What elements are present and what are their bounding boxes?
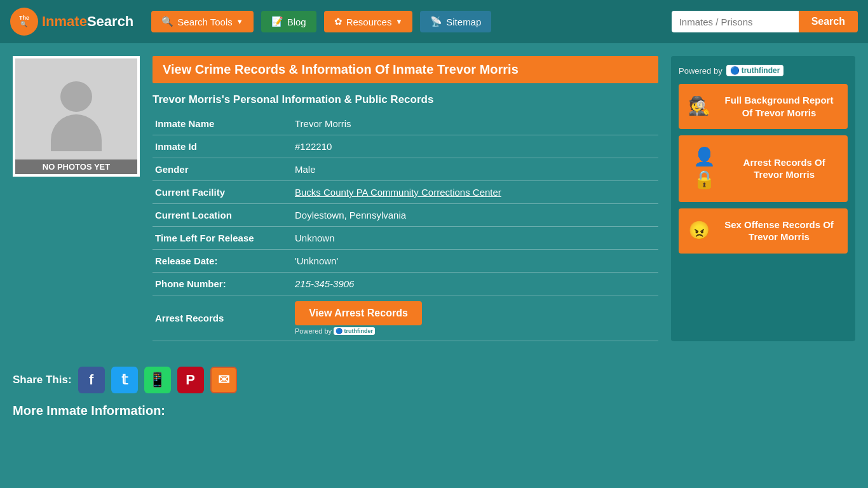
more-info-label: More Inmate Information:	[13, 403, 165, 417]
search-button[interactable]: Search	[799, 11, 858, 32]
field-label: Release Date:	[153, 250, 292, 273]
table-row: Inmate Id #122210	[153, 135, 658, 158]
resources-label: Resources	[346, 17, 392, 27]
chevron-down-icon: ▼	[236, 18, 243, 25]
logo-text: InmateSearch	[42, 13, 133, 30]
table-row: Release Date: 'Unknown'	[153, 250, 658, 273]
sitemap-button[interactable]: 📡 Sitemap	[420, 11, 491, 32]
facebook-share-button[interactable]: f	[78, 367, 105, 393]
search-tools-button[interactable]: 🔍 Search Tools ▼	[151, 11, 253, 32]
personal-heading: Trevor Morris's Personal Information & P…	[153, 93, 658, 106]
field-label: Phone Number:	[153, 273, 292, 295]
pinterest-share-button[interactable]: P	[177, 367, 204, 393]
field-label: Current Location	[153, 204, 292, 227]
field-value: Unknown	[292, 227, 658, 250]
no-photo-label: NO PHOTOS YET	[15, 159, 137, 174]
twitter-share-button[interactable]: 𝕥	[111, 367, 138, 393]
powered-text: Powered by	[295, 327, 332, 335]
sitemap-label: Sitemap	[446, 17, 481, 27]
logo[interactable]: The🔍 InmateSearch	[10, 8, 133, 36]
arrest-records-card[interactable]: 👤🔒 Arrest Records Of Trevor Morris	[679, 135, 848, 202]
field-label: Inmate Name	[153, 112, 292, 135]
powered-by-label: Powered by 🔵 truthfinder	[295, 327, 375, 335]
view-arrest-records-button[interactable]: View Arrest Records	[295, 301, 422, 325]
share-section: Share This: f 𝕥 📱 P ✉	[0, 354, 868, 393]
whatsapp-share-button[interactable]: 📱	[144, 367, 171, 393]
info-panel: View Crime Records & Information Of Inma…	[153, 56, 658, 341]
tf-name: truthfinder	[742, 66, 780, 75]
more-info-heading: More Inmate Information:	[0, 393, 868, 418]
table-row: Phone Number: 215-345-3906	[153, 273, 658, 295]
field-value: 215-345-3906	[292, 273, 658, 295]
blog-icon: 📝	[271, 16, 283, 27]
search-input[interactable]	[672, 11, 799, 32]
arrest-records-label: Arrest Records Of Trevor Morris	[729, 156, 839, 181]
blog-button[interactable]: 📝 Blog	[261, 11, 316, 32]
resources-icon: ✿	[334, 16, 342, 27]
sex-offense-card[interactable]: 😠 Sex Offense Records Of Trevor Morris	[679, 208, 848, 254]
field-value: View Arrest Records Powered by 🔵 truthfi…	[292, 295, 658, 341]
search-tools-label: Search Tools	[177, 17, 232, 27]
blog-label: Blog	[287, 17, 306, 27]
facility-link[interactable]: Bucks County PA Community Corrections Ce…	[295, 187, 501, 198]
truthfinder-logo-small: 🔵 truthfinder	[334, 327, 375, 335]
field-value: Male	[292, 158, 658, 181]
search-tools-icon: 🔍	[161, 16, 173, 27]
table-row: Current Facility Bucks County PA Communi…	[153, 181, 658, 204]
tf-icon: 🔵	[730, 66, 740, 75]
info-table: Inmate Name Trevor Morris Inmate Id #122…	[153, 112, 658, 341]
field-label: Current Facility	[153, 181, 292, 204]
page-title: View Crime Records & Information Of Inma…	[153, 56, 658, 83]
field-value: 'Unknown'	[292, 250, 658, 273]
truthfinder-logo: 🔵 truthfinder	[726, 65, 784, 76]
sex-offense-icon: 😠	[688, 219, 710, 242]
table-row: Inmate Name Trevor Morris	[153, 112, 658, 135]
sitemap-icon: 📡	[430, 16, 442, 27]
silhouette-icon	[48, 81, 105, 151]
full-background-label: Full Background Report Of Trevor Morris	[719, 94, 839, 119]
field-value: Trevor Morris	[292, 112, 658, 135]
arrest-icon: 👤🔒	[688, 146, 721, 192]
logo-icon: The🔍	[10, 8, 38, 36]
field-label: Arrest Records	[153, 295, 292, 341]
sidebar: Powered by 🔵 truthfinder 🕵 Full Backgrou…	[671, 56, 855, 341]
field-value: Bucks County PA Community Corrections Ce…	[292, 181, 658, 204]
resources-button[interactable]: ✿ Resources ▼	[324, 11, 413, 32]
field-value: Doylestown, Pennsylvania	[292, 204, 658, 227]
field-label: Gender	[153, 158, 292, 181]
inmate-photo: NO PHOTOS YET	[13, 56, 140, 177]
chevron-down-icon-2: ▼	[395, 18, 402, 25]
table-row: Gender Male	[153, 158, 658, 181]
field-label: Inmate Id	[153, 135, 292, 158]
sex-offense-label: Sex Offense Records Of Trevor Morris	[719, 219, 839, 243]
powered-bar: Powered by 🔵 truthfinder	[679, 65, 848, 76]
powered-by-text: Powered by	[679, 66, 722, 76]
email-share-button[interactable]: ✉	[210, 367, 237, 393]
table-row: Arrest Records View Arrest Records Power…	[153, 295, 658, 341]
table-row: Current Location Doylestown, Pennsylvani…	[153, 204, 658, 227]
detective-icon: 🕵	[688, 95, 710, 118]
table-row: Time Left For Release Unknown	[153, 227, 658, 250]
share-label: Share This:	[13, 374, 72, 386]
field-value: #122210	[292, 135, 658, 158]
field-label: Time Left For Release	[153, 227, 292, 250]
full-background-report-card[interactable]: 🕵 Full Background Report Of Trevor Morri…	[679, 84, 848, 129]
search-area: Search	[672, 11, 858, 32]
